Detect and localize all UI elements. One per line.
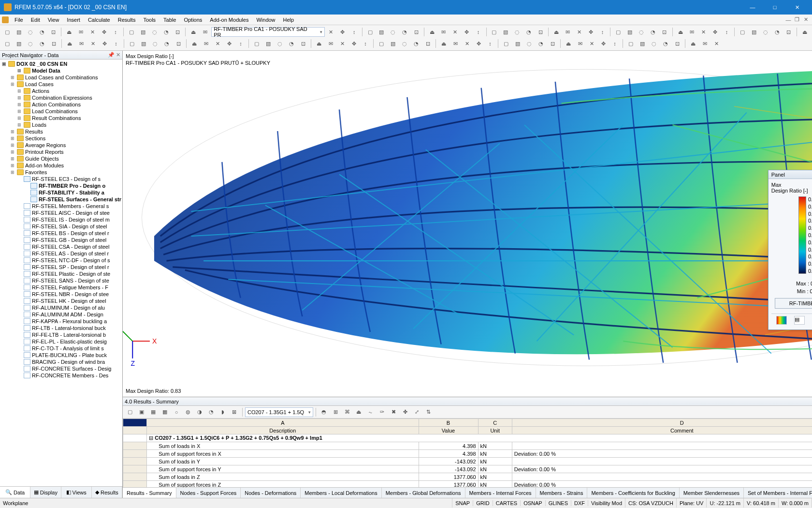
tree-item[interactable]: ⊞Results (0, 128, 122, 135)
results-tool[interactable]: ⌘ (342, 407, 352, 418)
tree-item[interactable]: RF-EL-PL - Elastic-plastic desig (0, 338, 122, 345)
toolbar-button[interactable]: ▧ (388, 38, 398, 49)
tree-item[interactable]: RF-STEEL CSA - Design of steel (0, 243, 122, 250)
results-tool[interactable]: ▣ (136, 407, 147, 418)
status-toggle-grid[interactable]: GRID (473, 500, 493, 506)
results-tab[interactable]: Members - Coefficients for Buckling (587, 488, 679, 498)
minimize-button[interactable]: — (741, 0, 764, 15)
toolbar-button[interactable]: ✥ (462, 27, 472, 37)
toolbar-button[interactable]: ◔ (772, 27, 783, 37)
toolbar-button[interactable]: ⏏ (438, 38, 449, 49)
tree-item[interactable]: RF-STEEL Plastic - Design of ste (0, 270, 122, 277)
tree-item[interactable]: RF-CONCRETE Surfaces - Desig (0, 365, 122, 372)
toolbar-button[interactable]: ↕ (235, 38, 246, 49)
toolbar-button[interactable]: ◌ (149, 27, 160, 37)
tree-item[interactable]: RF-STEEL NTC-DF - Design of s (0, 257, 122, 264)
mdi-restore-button[interactable]: ❐ (793, 16, 801, 23)
tree-item[interactable]: RF-ALUMINUM ADM - Design (0, 311, 122, 318)
toolbar-button[interactable]: ⊡ (422, 38, 433, 49)
toolbar-button[interactable]: ▢ (2, 27, 13, 37)
toolbar-button[interactable]: ⊡ (659, 27, 670, 37)
tree-item[interactable]: RF-CONCRETE Members - Des (0, 372, 122, 379)
results-tab[interactable]: Nodes - Support Forces (176, 488, 241, 498)
tree-item[interactable]: ⊞Guide Objects (0, 155, 122, 162)
toolbar-button[interactable]: ✥ (99, 38, 110, 49)
results-tool[interactable]: ⊞ (330, 407, 341, 418)
toolbar-button[interactable]: ✉ (699, 38, 710, 49)
tree-item[interactable]: RF-STEEL SANS - Design of ste (0, 277, 122, 284)
toolbar-button[interactable]: ✕ (212, 38, 223, 49)
toolbar-button[interactable]: ✥ (598, 38, 609, 49)
results-tool[interactable]: ◗ (218, 407, 228, 418)
toolbar-button[interactable]: ✉ (325, 38, 336, 49)
nav-tab-display[interactable]: ▦ Display (30, 487, 61, 498)
panel-module-button[interactable]: RF-TIMBER Pro (775, 298, 812, 309)
menu-edit[interactable]: Edit (27, 16, 44, 24)
tree-item[interactable]: ⊞Actions (0, 88, 122, 94)
tree-item[interactable]: ⊞Load Cases and Combinations (0, 74, 122, 81)
toolbar-button[interactable]: ✥ (224, 38, 234, 49)
toolbar-button[interactable]: ✥ (99, 27, 109, 37)
tree-item[interactable]: RF-KAPPA - Flexural buckling a (0, 318, 122, 325)
results-tab[interactable]: Results - Summary (123, 488, 176, 498)
status-cs[interactable]: CS: OSA VZDUCH (625, 498, 677, 508)
toolbar-button[interactable]: ◔ (37, 27, 47, 37)
tree-item[interactable]: ⊞Load Combinations (0, 108, 122, 115)
menu-help[interactable]: Help (279, 16, 298, 24)
toolbar-button[interactable]: ▧ (624, 27, 635, 37)
toolbar-button[interactable]: ▢ (737, 27, 748, 37)
toolbar-button[interactable]: ✉ (450, 38, 461, 49)
toolbar-button[interactable]: ▧ (138, 38, 149, 49)
tree-item[interactable]: RF-STEEL SP - Design of steel r (0, 264, 122, 270)
toolbar-button[interactable]: ◌ (760, 27, 771, 37)
status-toggle-snap[interactable]: SNAP (452, 500, 473, 506)
panel-header[interactable]: Panel✕ (768, 170, 812, 179)
toolbar-button[interactable]: ⊡ (172, 27, 183, 37)
results-tool[interactable]: ⤢ (411, 407, 422, 418)
toolbar-button[interactable]: ⊡ (298, 38, 308, 49)
results-tool[interactable]: ✖ (388, 407, 399, 418)
toolbar-button[interactable]: ⊡ (535, 27, 546, 37)
results-tool[interactable]: ○ (171, 407, 182, 418)
tree-item[interactable]: ⊞Sections (0, 135, 122, 142)
results-tab[interactable]: Members - Internal Forces (465, 488, 536, 498)
results-tool[interactable]: ◑ (194, 407, 205, 418)
toolbar-combo[interactable]: RF-TIMBER Pro CA1 - POSUDKY SAD PR (211, 27, 325, 37)
toolbar-button[interactable]: ⊡ (411, 27, 421, 37)
table-row[interactable]: Sum of loads in Z1377.060kN (123, 473, 812, 481)
toolbar-button[interactable]: ↕ (111, 38, 121, 49)
tree-item[interactable]: RF-STEEL GB - Design of steel (0, 237, 122, 243)
toolbar-button[interactable]: ◌ (399, 38, 410, 49)
toolbar-button[interactable]: ⏏ (799, 27, 810, 37)
toolbar-button[interactable]: ✥ (473, 38, 484, 49)
toolbar-button[interactable]: ▢ (625, 38, 636, 49)
tree-item[interactable]: RF-STEEL EC3 - Design of s (0, 176, 122, 182)
maximize-button[interactable]: □ (764, 0, 786, 15)
toolbar-button[interactable]: ↕ (360, 38, 371, 49)
toolbar-button[interactable]: ◌ (636, 27, 647, 37)
toolbar-button[interactable]: ⏏ (551, 27, 562, 37)
tree-item[interactable]: ⊞Combination Expressions (0, 94, 122, 101)
tree-item[interactable]: RF-STEEL AISC - Design of stee (0, 209, 122, 216)
toolbar-button[interactable]: ⊡ (672, 38, 682, 49)
toolbar-button[interactable]: ◔ (536, 38, 546, 49)
toolbar-button[interactable]: ▢ (126, 27, 137, 37)
toolbar-button[interactable]: ⏏ (675, 27, 686, 37)
toolbar-button[interactable]: ▧ (138, 27, 148, 37)
toolbar-button[interactable]: ▢ (613, 27, 624, 37)
toolbar-button[interactable]: ▧ (14, 38, 24, 49)
toolbar-button[interactable]: ▢ (365, 27, 376, 37)
tree-item[interactable]: RF-STEEL SIA - Design of steel (0, 223, 122, 230)
panel-tab-1[interactable] (776, 316, 787, 325)
toolbar-button[interactable]: ◌ (275, 38, 285, 49)
toolbar-button[interactable]: ✕ (586, 38, 597, 49)
results-tab[interactable]: Members - Local Deformations (301, 488, 381, 498)
tree-item[interactable]: RF-STEEL Members - General s (0, 203, 122, 209)
table-row[interactable]: Sum of support forces in X4.398kNDeviati… (123, 450, 812, 458)
tree-item[interactable]: ⊞Add-on Modules (0, 162, 122, 169)
tree-item[interactable]: RF-STEEL AS - Design of steel r (0, 250, 122, 257)
results-tool[interactable]: ✤ (400, 407, 410, 418)
toolbar-button[interactable]: ✉ (563, 27, 573, 37)
toolbar-button[interactable]: ↕ (721, 27, 732, 37)
panel-tab-2[interactable]: ▤ (794, 316, 805, 325)
